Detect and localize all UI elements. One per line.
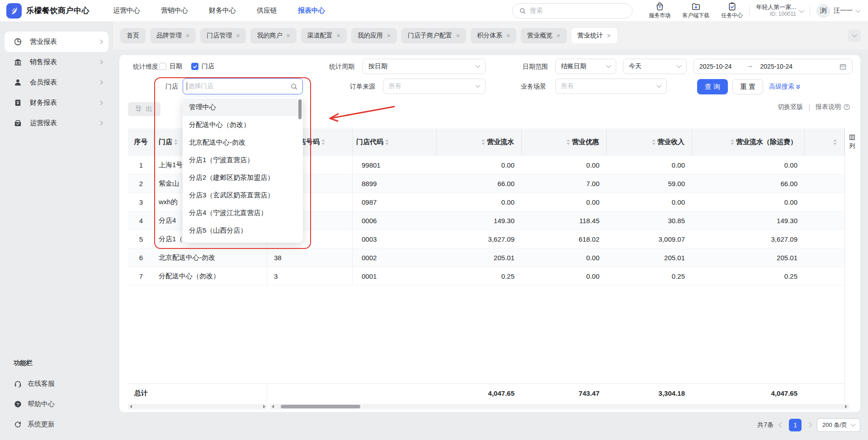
column-header-flow_ex[interactable]: 营业流水（除运费） xyxy=(692,128,805,156)
table-row-7[interactable]: 7分配送中心（勿改）300010.250.000.250.25 xyxy=(128,267,844,286)
column-header-extra[interactable] xyxy=(805,128,844,156)
close-icon[interactable]: × xyxy=(286,33,290,39)
scrollbar-thumb[interactable] xyxy=(281,405,360,408)
date-range-picker[interactable]: 2025-10-24 ⇀ 2025-10-24 xyxy=(693,59,853,74)
merchant-name: 年轻人第一家... xyxy=(756,4,796,11)
nav-item-5[interactable]: 报表中心 xyxy=(298,6,325,15)
user-menu[interactable]: 浏 汪一一 xyxy=(816,4,860,18)
switch-layout-link[interactable]: 切换竖版 xyxy=(778,103,803,111)
total-flow: 4,047.65 xyxy=(437,384,522,403)
nav-item-4[interactable]: 供应链 xyxy=(257,6,277,15)
fixed-pane-scrollbar[interactable] xyxy=(128,404,267,409)
date-from-value[interactable]: 2025-10-24 xyxy=(699,63,732,70)
tab-品牌管理[interactable]: 品牌管理× xyxy=(150,28,196,43)
sort-caret-icon[interactable] xyxy=(731,139,734,145)
close-icon[interactable]: × xyxy=(337,33,340,39)
close-icon[interactable]: × xyxy=(607,33,611,39)
close-icon[interactable]: × xyxy=(186,33,189,39)
next-page-icon[interactable] xyxy=(807,422,811,427)
prev-page-icon[interactable] xyxy=(778,422,783,427)
sidebar-footer-item-在线客服[interactable]: 在线客服 xyxy=(0,374,113,394)
quick-link-任务中心[interactable]: 任务中心 xyxy=(721,2,743,19)
sidebar: 营业报表销售报表会员报表财务报表运营报表 功能栏 在线客服?帮助中心系统更新 xyxy=(0,22,113,440)
close-icon[interactable]: × xyxy=(387,33,391,39)
tab-营业概览[interactable]: 营业概览× xyxy=(521,28,566,43)
column-settings-button[interactable]: 列 xyxy=(844,128,859,403)
sidebar-item-运营报表[interactable]: 运营报表 xyxy=(5,113,108,133)
merchant-switcher[interactable]: 年轻人第一家... ID: 100011 xyxy=(756,4,803,18)
tab-我的商户[interactable]: 我的商户× xyxy=(250,28,296,43)
page-size-select[interactable]: 200 条/页 xyxy=(817,418,860,432)
store-option-4[interactable]: 分店1（宁波直营店） xyxy=(183,151,303,169)
sort-caret-icon[interactable] xyxy=(833,139,837,145)
reset-button[interactable]: 重 置 xyxy=(732,79,763,94)
sidebar-item-会员报表[interactable]: 会员报表 xyxy=(5,72,108,93)
tab-首页[interactable]: 首页 xyxy=(120,28,146,43)
scroll-left-icon[interactable] xyxy=(130,405,132,408)
global-search-input[interactable]: 搜索 xyxy=(512,3,632,19)
chevron-down-icon xyxy=(656,82,661,87)
tab-门店子商户配置[interactable]: 门店子商户配置× xyxy=(401,28,466,43)
query-button[interactable]: 查 询 xyxy=(697,79,728,94)
column-header-idx[interactable]: 序号 xyxy=(128,128,154,156)
tab-我的应用[interactable]: 我的应用× xyxy=(351,28,397,43)
order-source-select[interactable]: 所有 xyxy=(383,79,486,94)
store-option-6[interactable]: 分店3（玄武区奶茶直营店） xyxy=(183,187,303,204)
nav-item-3[interactable]: 财务中心 xyxy=(209,6,236,15)
quick-link-服务市场[interactable]: 服务市场 xyxy=(649,2,670,19)
date-to-value[interactable]: 2025-10-24 xyxy=(760,63,793,70)
tab-门店管理[interactable]: 门店管理× xyxy=(200,28,246,43)
store-option-3[interactable]: 北京配送中心-勿改 xyxy=(183,134,303,151)
sort-caret-icon[interactable] xyxy=(652,139,656,145)
store-select-input[interactable]: 选择门店 xyxy=(183,78,303,94)
close-icon[interactable]: × xyxy=(557,33,560,39)
stat-period-select[interactable]: 按日期 xyxy=(363,59,486,74)
tab-营业统计[interactable]: 营业统计× xyxy=(571,28,617,43)
export-button[interactable]: 导 出 xyxy=(128,102,160,116)
close-icon[interactable]: × xyxy=(236,33,240,39)
sidebar-item-销售报表[interactable]: 销售报表 xyxy=(5,52,108,72)
column-header-code[interactable]: 门店代码 xyxy=(353,128,437,156)
sidebar-footer-item-系统更新[interactable]: 系统更新 xyxy=(0,414,113,435)
store-option-8[interactable]: 分店5（山西分店） xyxy=(183,222,303,239)
sort-caret-icon[interactable] xyxy=(385,139,389,145)
column-header-income[interactable]: 营业收入 xyxy=(607,128,692,156)
cell-extra xyxy=(805,230,844,248)
sort-caret-icon[interactable] xyxy=(174,139,178,145)
date-preset-select[interactable]: 今天 xyxy=(623,59,687,74)
date-range-type-select[interactable]: 结账日期 xyxy=(555,59,616,74)
tab-collapse-button[interactable] xyxy=(848,29,861,42)
dimension-date-checkbox[interactable]: 日期 xyxy=(159,62,182,70)
sidebar-footer-item-帮助中心[interactable]: ?帮助中心 xyxy=(0,394,113,414)
sort-caret-icon[interactable] xyxy=(481,139,485,145)
column-header-flow[interactable]: 营业流水 xyxy=(437,128,522,156)
cell-idx: 2 xyxy=(128,174,154,192)
scroll-right-icon[interactable] xyxy=(845,405,847,408)
close-icon[interactable]: × xyxy=(506,33,510,39)
dropdown-scrollbar-thumb[interactable] xyxy=(298,99,302,119)
sidebar-item-财务报表[interactable]: 财务报表 xyxy=(5,93,108,113)
column-header-discount[interactable]: 营业优惠 xyxy=(522,128,607,156)
scroll-left-icon[interactable] xyxy=(272,405,274,408)
store-option-1[interactable]: 管理中心 xyxy=(183,98,303,116)
tab-积分体系[interactable]: 积分体系× xyxy=(471,28,516,43)
current-page-button[interactable]: 1 xyxy=(789,419,802,431)
report-help-link[interactable]: 报表说明 xyxy=(816,103,850,111)
scroll-right-icon[interactable] xyxy=(263,405,265,408)
nav-item-2[interactable]: 营销中心 xyxy=(161,6,188,15)
advanced-search-link[interactable]: 高级搜索 xyxy=(769,83,801,91)
table-horizontal-scrollbar[interactable] xyxy=(270,404,849,409)
tab-渠道配置[interactable]: 渠道配置× xyxy=(301,28,347,43)
sort-caret-icon[interactable] xyxy=(321,139,325,145)
close-icon[interactable]: × xyxy=(456,33,460,39)
dimension-store-checkbox[interactable]: 门店 xyxy=(191,62,214,70)
quick-link-客户端下载[interactable]: 客户端下载 xyxy=(682,2,709,19)
table-row-6[interactable]: 6北京配送中心-勿改380002205.010.00205.01205.01 xyxy=(128,248,844,267)
store-option-2[interactable]: 分配送中心（勿改） xyxy=(183,116,303,134)
sort-caret-icon[interactable] xyxy=(566,139,570,145)
store-option-5[interactable]: 分店2（建邺区奶茶加盟店） xyxy=(183,169,303,187)
business-scene-select[interactable]: 所有 xyxy=(555,79,667,94)
sidebar-item-营业报表[interactable]: 营业报表 xyxy=(5,32,108,52)
store-option-7[interactable]: 分店4（宁波江北直营店） xyxy=(183,204,303,222)
nav-item-1[interactable]: 运营中心 xyxy=(113,6,140,15)
